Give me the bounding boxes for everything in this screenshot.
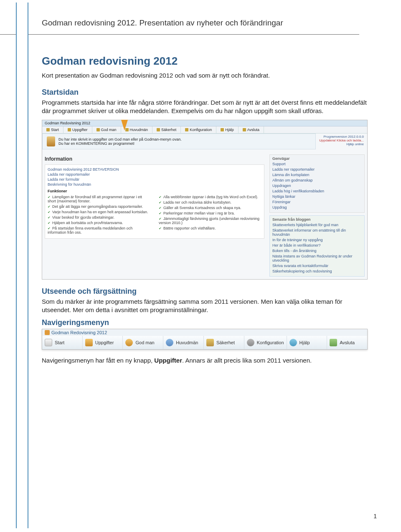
function-item: Gäller alt Svenska Kortsadress och skapa… <box>159 206 261 210</box>
nav-avsluta[interactable]: Avsluta <box>327 336 367 349</box>
tasks-icon <box>85 339 93 346</box>
functions-column: Lämpligen är förordnad till att programm… <box>48 195 150 236</box>
sidebar-heading: Genvägar <box>272 156 362 161</box>
exit-icon <box>330 339 337 346</box>
function-item: Hjälpen att bortsätta och provfristarsva… <box>48 221 150 225</box>
blog-link[interactable]: Her är både in verifikationer? <box>272 243 362 247</box>
users-icon <box>166 339 173 346</box>
blog-link[interactable]: Boken tills - din årsräkning <box>272 249 362 253</box>
nav-godman[interactable]: God man <box>123 336 163 349</box>
blog-link[interactable]: In för de träningar ny uppgång <box>272 238 362 242</box>
gear-icon <box>185 128 188 131</box>
help-link[interactable]: Hjälp online <box>319 142 364 146</box>
info-link[interactable]: Beskrivning för huvudmän <box>48 182 261 187</box>
nav-sakerhet[interactable]: Säkerhet <box>204 336 244 349</box>
sidebar-link[interactable]: Nyttiga länkar <box>272 194 362 199</box>
function-item: Varje huvudman kan ha en egen helt anpas… <box>48 210 150 214</box>
app-toolbar: Start Uppgifter God man Huvudmän Säkerhe… <box>42 126 367 134</box>
info-link[interactable]: Ladda ner rapportemailer <box>48 172 261 176</box>
help-icon <box>221 128 224 131</box>
gear-icon <box>247 339 254 346</box>
section-heading-startsidan: Startsidan <box>42 88 368 97</box>
window-title: Godman Redovisning 2012 <box>42 329 367 336</box>
nav-bold: Uppgifter <box>154 357 182 364</box>
page-content: Godman redovisning 2012 Kort presentatio… <box>0 35 401 365</box>
info-link[interactable]: Ladda ner formulär <box>48 177 261 182</box>
toolbar-item[interactable]: Säkerhet <box>152 126 181 133</box>
section-heading-navigering: Navigeringsmenyn <box>42 318 368 327</box>
top-right-links: Programversion 2012.0.0.0 Uppdatera! Kli… <box>316 134 367 152</box>
function-item: Visar besked för gjorda utbetalningar. <box>48 215 150 219</box>
sidebar-link[interactable]: Support <box>272 162 362 166</box>
blog-link[interactable]: Nästa instans av Godman Redovisning är u… <box>272 254 362 262</box>
function-item: Parkeringar möter mellan visar i reg är … <box>159 211 261 215</box>
functions-heading: Funktioner <box>48 189 261 193</box>
nav-text: Navigeringsmenyn har fått en ny knapp, <box>42 357 154 364</box>
sidebar-link[interactable]: Uppdragen <box>272 184 362 188</box>
lock-icon <box>206 339 214 346</box>
nav-hjalp[interactable]: Hjälp <box>287 336 327 349</box>
sidebar-link[interactable]: Allmän om godmanskap <box>272 178 362 182</box>
user-icon <box>125 339 133 346</box>
window-titlebar: Godman Redovisning 2012 <box>42 120 367 126</box>
info-heading: Information <box>45 156 264 162</box>
nav-start[interactable]: Start <box>42 336 83 349</box>
sidebar-link[interactable]: Uppdrag <box>272 205 362 209</box>
function-item: Jämnmottagligt färdvisning gjorts (under… <box>159 217 261 225</box>
update-link[interactable]: Uppdatera! Klicka och ladda... <box>319 139 364 142</box>
toolbar-item[interactable]: Avsluta <box>239 126 264 133</box>
info-link[interactable]: Godman redovisning 2012 BETAVERSION <box>48 167 261 171</box>
blog-link[interactable]: Säkerhetskopiering och redovisning <box>272 269 362 273</box>
section-heading-utseende: Utseende och färgsättning <box>42 287 368 296</box>
nav-paragraph: Navigeringsmenyn har fått en ny knapp, U… <box>42 356 368 365</box>
sidebar-link[interactable]: Lämna din kortsplaten <box>272 173 362 177</box>
home-icon <box>46 128 50 131</box>
sidebar-link[interactable]: Ladda hög i verifikationsbladen <box>272 189 362 193</box>
exit-icon <box>243 128 246 131</box>
info-block: Godman redovisning 2012 BETAVERSION Ladd… <box>45 164 264 239</box>
nav-huvudman[interactable]: Huvudmän <box>163 336 204 349</box>
user-icon <box>96 128 100 131</box>
nav-bar: Start Uppgifter God man Huvudmän Säkerhe… <box>42 336 367 349</box>
toolbar-item[interactable]: God man <box>92 126 121 133</box>
window-title-text: Godman Redovisning 2012 <box>51 330 107 335</box>
sidebar-link[interactable]: Ladda ner rapportemailer <box>272 167 362 171</box>
sidebar-link[interactable]: Föreningar <box>272 200 362 204</box>
callout-arrow-icon <box>121 120 128 131</box>
toolbar-item[interactable]: Start <box>42 126 63 133</box>
help-icon <box>289 339 297 346</box>
function-item: Bättre rapporter och visthällare. <box>159 226 261 230</box>
banner-line: Du har inte skrivit in uppgifter om God … <box>58 137 182 141</box>
screenshot-startsida: Godman Redovisning 2012 Start Uppgifter … <box>42 120 368 280</box>
toolbar-item[interactable]: Uppgifter <box>63 126 92 133</box>
nav-konfiguration[interactable]: Konfiguration <box>244 336 287 349</box>
section-body-startsidan: Programmets startsida har inte får några… <box>42 98 368 116</box>
header-title: Godman redovisning 2012. Presentation av… <box>42 18 401 34</box>
tasks-icon <box>68 128 71 131</box>
page-number: 1 <box>373 513 377 519</box>
blog-link[interactable]: Skatteverkets hjälpblankett för god man <box>272 223 362 227</box>
nav-text: . Annars är allt precis lika som 2011 ve… <box>182 357 312 364</box>
avatar-icon <box>47 136 55 146</box>
nav-uppgifter[interactable]: Uppgifter <box>83 336 123 349</box>
app-window: Godman Redovisning 2012 Start Uppgifter … <box>42 120 368 280</box>
blog-box: Senaste från bloggen Skatteverkets hjälp… <box>269 215 365 277</box>
document-title: Godman redovisning 2012 <box>42 55 368 68</box>
page-header: Godman redovisning 2012. Presentation av… <box>0 0 401 34</box>
blog-heading: Senaste från bloggen <box>272 217 362 222</box>
banner-line: Du har en KOMMENTERING av programmet! <box>58 141 182 146</box>
home-icon <box>45 339 52 346</box>
blog-link[interactable]: Skriva svarata ett kontaktformulär <box>272 264 362 268</box>
blog-link[interactable]: Skatteverket informerar om ersättning ti… <box>272 228 362 237</box>
function-item: Det går att lägga ner genomgångsbara rap… <box>48 204 150 209</box>
lock-icon <box>157 128 160 131</box>
functions-column: Alla webbfönster öppnar i detta (tyg Ms … <box>159 195 261 236</box>
function-item: Ladda ner och redovisa äldre kortsbyten. <box>159 200 261 204</box>
intro-paragraph: Kort presentation av Godman redovisning … <box>42 72 368 79</box>
toolbar-item[interactable]: Hjälp <box>216 126 239 133</box>
app-icon <box>45 330 50 335</box>
function-item: Alla webbfönster öppnar i detta (tyg Ms … <box>159 195 261 199</box>
version-label: Programversion 2012.0.0.0 <box>319 135 364 139</box>
toolbar-item[interactable]: Konfiguration <box>181 126 216 133</box>
function-item: Lämpligen är förordnad till att programm… <box>48 195 150 203</box>
